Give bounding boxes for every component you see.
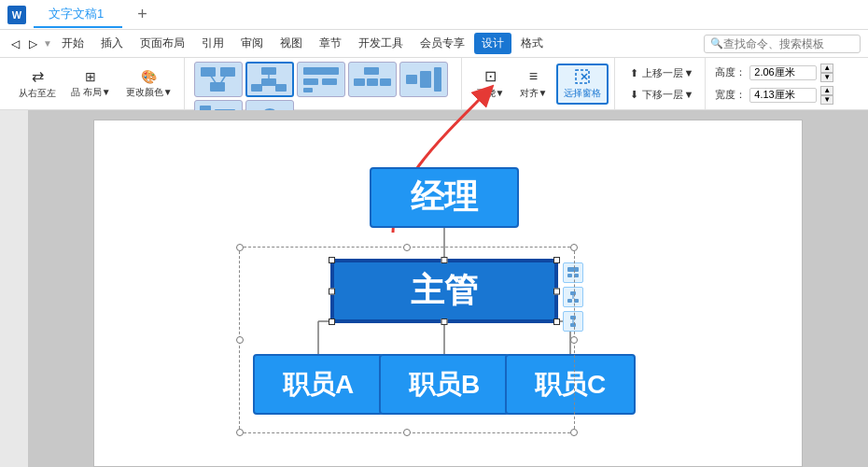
redo-button[interactable]: ▷	[25, 35, 41, 52]
height-label: 高度：	[715, 65, 746, 79]
svg-rect-36	[574, 274, 579, 277]
toolbar-size-section: 高度： ▲ ▼ 宽度： ▲ ▼	[709, 58, 839, 109]
width-up-button[interactable]: ▲	[820, 86, 833, 95]
doc-tab[interactable]: 文字文稿1	[34, 2, 122, 28]
svg-rect-42	[570, 323, 576, 327]
menu-start[interactable]: 开始	[54, 33, 91, 54]
select-pane-button[interactable]: 远择窗格	[556, 64, 609, 105]
svg-rect-12	[322, 78, 337, 85]
supervisor-box[interactable]: 主管	[332, 261, 556, 321]
shape-thumb-4[interactable]	[348, 62, 397, 97]
smartart-add-above[interactable]	[563, 262, 583, 283]
color-icon: 🎨	[141, 69, 157, 84]
app-icon: W	[7, 6, 26, 24]
height-row: 高度： ▲ ▼	[715, 64, 833, 82]
shape-thumb-1[interactable]	[194, 62, 243, 97]
rtl-icon: ⇄	[32, 67, 44, 85]
sel-handle-br[interactable]	[570, 429, 578, 436]
manager-box[interactable]: 经理	[370, 167, 519, 228]
employee-b-box[interactable]: 职员B	[379, 354, 510, 415]
select-pane-icon	[574, 68, 591, 85]
svg-rect-39	[574, 299, 579, 303]
svg-rect-17	[380, 78, 391, 86]
width-label: 宽度：	[715, 88, 746, 102]
svg-rect-35	[567, 274, 572, 277]
svg-rect-13	[303, 88, 313, 92]
main-content: 经理 主管	[0, 110, 868, 467]
change-color-button[interactable]: 🎨 更改颜色▼	[120, 66, 178, 102]
search-input[interactable]	[723, 37, 854, 50]
sel-handle-tl[interactable]	[236, 244, 244, 251]
svg-rect-41	[570, 316, 576, 319]
wrap-button[interactable]: ⊡ 环绕▼	[471, 64, 511, 103]
align-icon: ≡	[529, 68, 538, 85]
menu-design[interactable]: 设计	[474, 33, 511, 54]
wrap-icon: ⊡	[484, 67, 497, 85]
svg-rect-2	[210, 82, 225, 92]
toolbar: ⇄ 从右至左 ⊞ 品 布局▼ 🎨 更改颜色▼	[0, 58, 868, 110]
search-icon: 🔍	[710, 37, 723, 50]
height-down-button[interactable]: ▼	[820, 73, 833, 82]
toolbar-layout-section: ⇄ 从右至左 ⊞ 品 布局▼ 🎨 更改颜色▼	[7, 58, 185, 109]
move-down-button[interactable]: ⬇ 下移一层▼	[624, 85, 699, 105]
align-button[interactable]: ≡ 对齐▼	[514, 65, 553, 103]
add-tab-button[interactable]: +	[130, 5, 155, 24]
up-layer-icon: ⬆	[630, 67, 638, 79]
sel-handle-tr[interactable]	[570, 244, 578, 251]
menu-view[interactable]: 视图	[273, 33, 310, 54]
svg-rect-5	[261, 67, 276, 75]
width-down-button[interactable]: ▼	[820, 95, 833, 105]
smartart-add-child[interactable]	[563, 287, 583, 307]
rtl-button[interactable]: ⇄ 从右至左	[13, 64, 62, 103]
menu-format[interactable]: 格式	[513, 33, 551, 54]
height-spinner: ▲ ▼	[820, 64, 833, 82]
svg-rect-19	[420, 71, 431, 88]
svg-rect-8	[275, 84, 287, 92]
shape-thumb-5[interactable]	[399, 62, 448, 97]
svg-rect-18	[406, 75, 417, 84]
svg-rect-37	[570, 291, 576, 295]
svg-rect-11	[303, 78, 318, 85]
toolbar-wrap-section: ⊡ 环绕▼ ≡ 对齐▼ 远择窗格	[466, 58, 616, 109]
employee-a-box[interactable]: 职员A	[253, 354, 384, 415]
menu-insert[interactable]: 插入	[93, 33, 131, 54]
left-margin	[0, 110, 28, 467]
svg-rect-7	[251, 84, 262, 92]
menu-chapter[interactable]: 章节	[312, 33, 349, 54]
org-chart: 经理 主管	[225, 158, 673, 447]
svg-rect-14	[364, 67, 379, 75]
search-bar[interactable]: 🔍	[704, 35, 861, 53]
height-input[interactable]	[749, 65, 817, 80]
width-input[interactable]	[749, 88, 817, 103]
menu-layout[interactable]: 页面布局	[133, 33, 192, 54]
svg-rect-16	[367, 78, 378, 86]
smartart-move[interactable]	[563, 311, 583, 332]
svg-rect-34	[567, 267, 579, 272]
layout-button[interactable]: ⊞ 品 布局▼	[65, 66, 117, 102]
layout-icon: ⊞	[85, 69, 96, 84]
menu-vip[interactable]: 会员专享	[413, 33, 472, 54]
title-bar: W 文字文稿1 +	[0, 0, 868, 30]
employee-c-box[interactable]: 职员C	[505, 354, 636, 415]
svg-rect-20	[434, 67, 441, 92]
undo-button[interactable]: ◁	[7, 35, 23, 52]
svg-rect-15	[354, 78, 365, 86]
move-up-button[interactable]: ⬆ 上移一层▼	[624, 64, 699, 83]
shape-thumb-3[interactable]	[297, 62, 345, 97]
menu-review[interactable]: 审阅	[233, 33, 271, 54]
sel-handle-ml[interactable]	[236, 336, 244, 344]
sel-handle-bm[interactable]	[403, 429, 411, 436]
down-layer-icon: ⬇	[630, 89, 638, 101]
width-row: 宽度： ▲ ▼	[715, 86, 833, 105]
smartart-panel	[563, 262, 583, 332]
width-spinner: ▲ ▼	[820, 86, 833, 105]
shape-thumb-2[interactable]	[245, 62, 294, 97]
sel-handle-mr[interactable]	[570, 336, 578, 344]
svg-rect-38	[567, 299, 572, 303]
menu-ref[interactable]: 引用	[194, 33, 231, 54]
sel-handle-tm[interactable]	[403, 244, 411, 251]
height-up-button[interactable]: ▲	[820, 64, 833, 73]
sel-handle-bl[interactable]	[236, 429, 244, 436]
shape-gallery-section: 1 ▼	[189, 58, 462, 109]
menu-dev[interactable]: 开发工具	[351, 33, 411, 54]
